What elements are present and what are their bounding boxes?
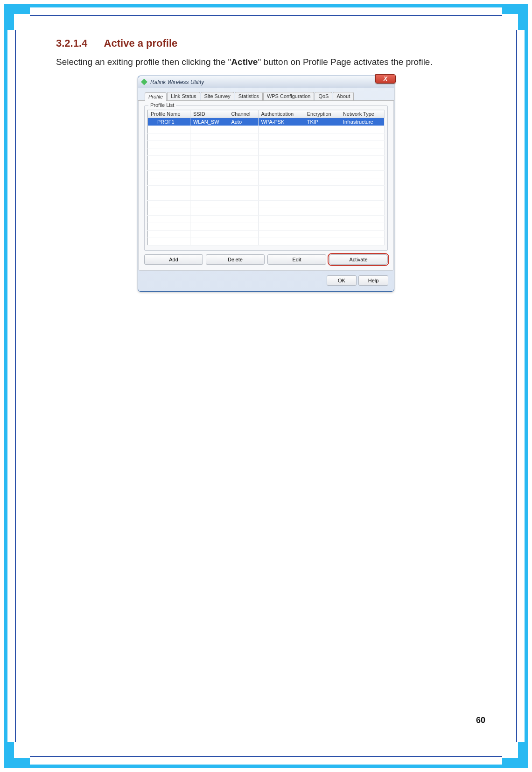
col-network-type[interactable]: Network Type xyxy=(340,110,384,118)
profile-table[interactable]: Profile Name SSID Channel Authentication… xyxy=(147,110,385,246)
activate-button[interactable]: Activate xyxy=(329,254,388,265)
window-title: Ralink Wireless Utility xyxy=(150,79,204,85)
section-number: 3.2.1.4 xyxy=(56,37,87,49)
footer-button-row: OK Help xyxy=(138,271,394,291)
dialog-window: Ralink Wireless Utility X Profile Link S… xyxy=(138,76,394,292)
table-row[interactable] xyxy=(148,126,385,133)
ok-button[interactable]: OK xyxy=(327,275,357,286)
col-ssid[interactable]: SSID xyxy=(190,110,228,118)
col-authentication[interactable]: Authentication xyxy=(258,110,304,118)
tab-strip: Profile Link Status Site Survey Statisti… xyxy=(138,88,394,101)
corner-decoration xyxy=(502,7,525,30)
tab-wps-configuration[interactable]: WPS Configuration xyxy=(263,92,315,100)
close-button[interactable]: X xyxy=(375,74,396,84)
table-row[interactable] xyxy=(148,208,385,215)
delete-button[interactable]: Delete xyxy=(206,254,265,265)
table-row[interactable] xyxy=(148,193,385,200)
section-title: Active a profile xyxy=(104,37,178,49)
titlebar[interactable]: Ralink Wireless Utility X xyxy=(138,76,394,88)
tab-link-status[interactable]: Link Status xyxy=(167,92,200,100)
table-row[interactable]: PROF1WLAN_SWAutoWPA-PSKTKIPInfrastructur… xyxy=(148,118,385,126)
table-row[interactable] xyxy=(148,223,385,230)
corner-decoration xyxy=(7,7,30,30)
table-row[interactable] xyxy=(148,155,385,163)
tab-profile[interactable]: Profile xyxy=(145,92,167,101)
table-row[interactable] xyxy=(148,230,385,238)
table-row[interactable] xyxy=(148,170,385,178)
app-icon xyxy=(141,79,147,85)
table-row[interactable] xyxy=(148,148,385,155)
page-number: 60 xyxy=(476,716,485,725)
col-channel[interactable]: Channel xyxy=(228,110,258,118)
tab-statistics[interactable]: Statistics xyxy=(235,92,263,100)
col-encryption[interactable]: Encryption xyxy=(304,110,340,118)
group-legend: Profile List xyxy=(148,102,176,108)
profile-list-group: Profile List Profile Name SSID Channel A… xyxy=(144,105,388,251)
tab-qos[interactable]: QoS xyxy=(315,92,332,100)
tab-site-survey[interactable]: Site Survey xyxy=(201,92,234,100)
section-heading: 3.2.1.4 Active a profile xyxy=(56,37,476,49)
table-row[interactable] xyxy=(148,163,385,170)
table-row[interactable] xyxy=(148,200,385,208)
tab-about[interactable]: About xyxy=(333,92,354,100)
help-button[interactable]: Help xyxy=(358,275,388,286)
close-icon: X xyxy=(384,76,387,82)
table-row[interactable] xyxy=(148,140,385,148)
table-row[interactable] xyxy=(148,185,385,193)
table-row[interactable] xyxy=(148,215,385,223)
tab-body: Profile List Profile Name SSID Channel A… xyxy=(138,101,394,271)
table-row[interactable] xyxy=(148,238,385,245)
table-row[interactable] xyxy=(148,133,385,140)
section-paragraph: Selecting an exiting profile then clicki… xyxy=(56,53,476,71)
col-profile-name[interactable]: Profile Name xyxy=(148,110,190,118)
corner-decoration xyxy=(7,742,30,765)
edit-button[interactable]: Edit xyxy=(267,254,326,265)
action-button-row: Add Delete Edit Activate xyxy=(144,254,388,265)
add-button[interactable]: Add xyxy=(144,254,203,265)
corner-decoration xyxy=(502,742,525,765)
table-row[interactable] xyxy=(148,178,385,185)
